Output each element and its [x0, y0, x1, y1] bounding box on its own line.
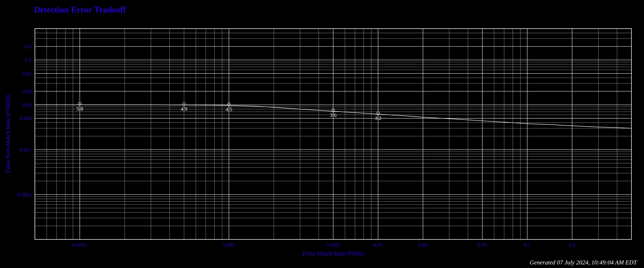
- x-tick-label: 0.005: [327, 242, 339, 248]
- x-tick-label: 0.2: [569, 242, 576, 248]
- x-tick-label: 0.05: [478, 242, 487, 248]
- det-chart: Detection Error Tradeoff 0.00010.0010.00…: [0, 0, 644, 268]
- timestamp-label: Generated 07 July 2024, 10:49:04 AM EDT: [530, 259, 637, 266]
- x-tick-label: 0.0001: [72, 242, 87, 248]
- threshold-label: 3.2: [375, 115, 382, 121]
- threshold-label: 4.5: [226, 106, 232, 112]
- y-tick-label: 0.05: [22, 70, 32, 76]
- chart-title: Detection Error Tradeoff: [34, 5, 126, 14]
- y-tick-label: 0.1: [25, 57, 32, 63]
- threshold-label: 5.8: [76, 106, 83, 112]
- y-axis-label: False Non-Match Rate (FNMR): [4, 95, 11, 173]
- x-tick-label: 0.01: [373, 242, 383, 248]
- y-tick-label: 0.01: [22, 102, 32, 108]
- y-tick-label: 0.005: [20, 115, 32, 121]
- y-tick-label: 0.0001: [17, 192, 32, 197]
- y-tick-label: 0.2: [25, 43, 32, 49]
- grid-major: [35, 28, 632, 240]
- y-tick-label: 0.001: [20, 147, 32, 153]
- y-tick-label: 0.02: [22, 88, 32, 94]
- threshold-label: 4.9: [181, 106, 188, 112]
- x-tick-label: 0.02: [418, 242, 428, 248]
- plot-area: 0.00010.0010.0050.010.020.050.10.20.0001…: [17, 28, 632, 248]
- threshold-label: 3.6: [330, 112, 337, 118]
- x-axis-label: False Match Rate (FMR): [303, 250, 364, 257]
- x-tick-label: 0.1: [524, 242, 530, 248]
- x-tick-label: 0.001: [223, 242, 235, 248]
